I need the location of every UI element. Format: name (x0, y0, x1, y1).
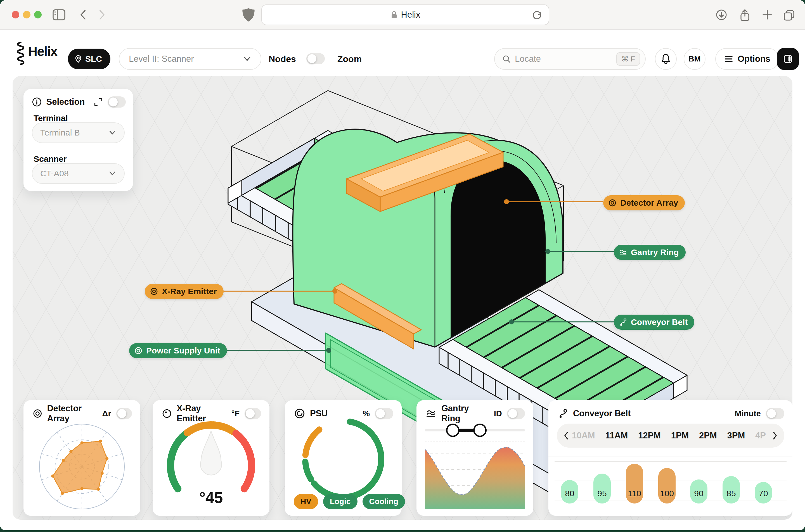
callout-gantry-ring[interactable]: Gantry Ring (614, 245, 686, 260)
time-tab-1pm[interactable]: 1PM (671, 431, 689, 441)
dashed-divider (425, 441, 525, 441)
card-detector-array: Detector Array Δr (23, 400, 140, 516)
locate-input[interactable] (515, 54, 613, 64)
bar-value: 80 (565, 489, 574, 498)
brand-title: Helix (28, 43, 57, 59)
target-icon (134, 346, 143, 355)
locate-search[interactable]: ⌘ F (494, 48, 646, 70)
address-bar[interactable]: Helix (261, 4, 549, 25)
back-icon[interactable] (78, 8, 88, 21)
range-handle-right[interactable] (473, 423, 487, 437)
radar-chart (23, 419, 140, 515)
throughput-bar-chart: 8095110100908570 (555, 458, 787, 508)
new-tab-icon[interactable] (761, 8, 774, 21)
terminal-value: Terminal B (40, 128, 80, 137)
callout-label: X-Ray Emitter (162, 287, 217, 296)
options-button[interactable]: Options (715, 48, 779, 70)
nodes-toggle[interactable] (306, 53, 325, 64)
time-tab-3pm[interactable]: 3PM (727, 431, 745, 441)
gauge-reading: °45 (199, 489, 223, 506)
close-window-button[interactable] (12, 11, 19, 18)
target-icon (608, 199, 617, 207)
target-icon (150, 287, 158, 296)
time-tab-12pm[interactable]: 12PM (638, 431, 661, 441)
helix-logo-icon (12, 41, 27, 65)
time-tab-10am[interactable]: 10AM (572, 431, 595, 441)
privacy-shield-icon[interactable] (241, 7, 256, 22)
terminal-label: Terminal (34, 113, 68, 123)
zoom-window-button[interactable] (34, 11, 42, 18)
search-icon (502, 55, 511, 63)
range-handle-left[interactable] (446, 423, 460, 437)
lock-icon (391, 10, 398, 19)
target-icon (33, 408, 42, 419)
scanner-select[interactable]: CT-A08 (32, 163, 125, 184)
xray-toggle[interactable] (245, 408, 261, 419)
selection-panel: Selection Terminal Terminal B Scanner CT… (23, 89, 133, 191)
callout-power-supply[interactable]: Power Supply Unit (129, 343, 227, 358)
time-tab-4p[interactable]: 4P (755, 431, 769, 441)
bell-icon (660, 53, 671, 65)
toggle-knob (376, 409, 385, 418)
time-tab-11am[interactable]: 11AM (605, 431, 628, 441)
info-icon (32, 97, 42, 107)
time-tabs: 10AM11AM12PM1PM2PM3PM4P (557, 423, 784, 448)
chevron-right-icon[interactable] (772, 431, 778, 440)
callout-detector-array[interactable]: Detector Array (603, 195, 685, 210)
gauge-needle (201, 431, 222, 475)
site-badge-slc[interactable]: SLC (68, 49, 110, 69)
side-panel-button[interactable] (777, 48, 799, 70)
psu-toggle[interactable] (375, 408, 393, 419)
bar-value: 70 (759, 489, 768, 498)
card-title: Gantry Ring (441, 403, 489, 423)
gantry-toggle[interactable] (507, 408, 525, 419)
minimize-window-button[interactable] (23, 11, 31, 18)
status-badge: Cooling (362, 494, 405, 509)
notifications-button[interactable] (655, 48, 677, 70)
status-badge: Logic (323, 494, 357, 509)
avatar[interactable]: BM (684, 48, 706, 70)
waves-icon (619, 248, 627, 256)
selection-toggle[interactable] (108, 96, 126, 108)
bar-value: 90 (694, 489, 703, 498)
callout-xray-emitter[interactable]: X-Ray Emitter (145, 284, 224, 299)
shortcut-badge: ⌘ F (616, 52, 640, 66)
detector-toggle[interactable] (116, 408, 132, 419)
options-label: Options (738, 54, 770, 64)
crop-icon[interactable] (94, 97, 103, 107)
power-ring-icon (294, 408, 305, 419)
card-title: Conveyor Belt (573, 408, 631, 419)
level-selector[interactable]: Level II: Scanner (119, 48, 261, 70)
unit-label: Minute (735, 409, 761, 418)
toggle-knob (508, 409, 517, 418)
downloads-icon[interactable] (714, 8, 728, 21)
desktop: Helix Helix SLC Level II: Scanner Nodes … (0, 0, 805, 532)
gantry-range-slider[interactable] (425, 425, 525, 436)
forward-icon[interactable] (97, 8, 107, 21)
card-xray-emitter: X-Ray Emitter °F °45 (153, 400, 269, 516)
unit-label: ID (494, 409, 502, 418)
chevron-down-icon (109, 130, 116, 136)
chevron-left-icon[interactable] (563, 431, 569, 440)
time-tab-2pm[interactable]: 2PM (699, 431, 717, 441)
callout-label: Detector Array (620, 198, 678, 208)
reload-icon[interactable] (531, 10, 543, 21)
scanner-canvas: Detector Array Gantry Ring X-Ray Emitter… (13, 76, 792, 520)
scanner-value: CT-A08 (40, 169, 69, 178)
bar-value: 110 (628, 489, 641, 498)
sidebar-icon[interactable] (52, 8, 66, 21)
callout-conveyor-belt[interactable]: Conveyor Belt (614, 315, 694, 330)
conveyor-toggle[interactable] (766, 408, 784, 419)
terminal-select[interactable]: Terminal B (32, 122, 125, 143)
scanner-label: Scanner (34, 154, 67, 164)
app-header: Helix SLC Level II: Scanner Nodes Zoom ⌘… (0, 30, 805, 72)
browser-toolbar: Helix (0, 0, 805, 30)
unit-label: % (362, 409, 370, 418)
share-icon[interactable] (738, 8, 752, 22)
tab-overview-icon[interactable] (782, 8, 796, 22)
unit-label: °F (231, 409, 240, 418)
zoom-label: Zoom (337, 54, 362, 64)
toggle-knob (307, 54, 316, 63)
psu-ring-chart (285, 419, 402, 499)
avatar-initials: BM (689, 55, 701, 63)
